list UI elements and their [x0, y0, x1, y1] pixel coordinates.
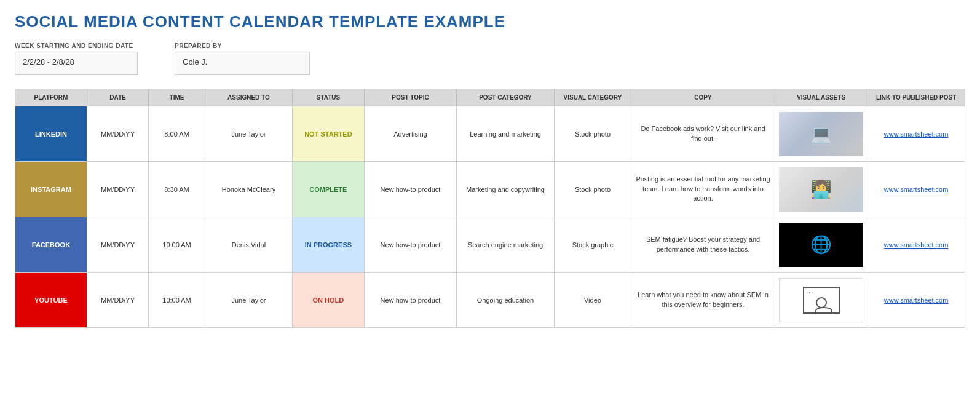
date-cell[interactable]: MM/DD/YY	[87, 217, 148, 273]
post-topic-cell[interactable]: New how-to product	[364, 273, 456, 328]
status-cell[interactable]: IN PROGRESS	[292, 217, 364, 273]
assigned-cell[interactable]: June Taylor	[205, 273, 292, 328]
header-visual-assets: VISUAL ASSETS	[775, 89, 867, 106]
globe-image	[779, 223, 863, 267]
published-post-link[interactable]: www.smartsheet.com	[884, 241, 949, 249]
published-post-link[interactable]: www.smartsheet.com	[884, 130, 949, 138]
header-topic: POST TOPIC	[364, 89, 456, 106]
table-header-row: PLATFORM DATE TIME ASSIGNED TO STATUS PO…	[15, 89, 965, 106]
status-cell[interactable]: NOT STARTED	[292, 106, 364, 162]
link-cell[interactable]: www.smartsheet.com	[867, 273, 965, 328]
laptop-image	[779, 112, 863, 156]
visual-assets-cell	[775, 273, 867, 328]
post-topic-cell[interactable]: Advertising	[364, 106, 456, 162]
copy-cell[interactable]: SEM fatigue? Boost your strategy and per…	[631, 217, 775, 273]
date-cell[interactable]: MM/DD/YY	[87, 273, 148, 328]
page-title: SOCIAL MEDIA CONTENT CALENDAR TEMPLATE E…	[15, 12, 965, 31]
copy-cell[interactable]: Learn what you need to know about SEM in…	[631, 273, 775, 328]
time-cell[interactable]: 8:30 AM	[149, 162, 205, 217]
header-visual-category: VISUAL CATEGORY	[554, 89, 631, 106]
post-category-cell[interactable]: Search engine marketing	[457, 217, 555, 273]
header-copy: COPY	[631, 89, 775, 106]
calendar-table: PLATFORM DATE TIME ASSIGNED TO STATUS PO…	[15, 89, 965, 328]
visual-category-cell[interactable]: Stock photo	[554, 162, 631, 217]
published-post-link[interactable]: www.smartsheet.com	[884, 186, 949, 193]
visual-category-cell[interactable]: Stock graphic	[554, 217, 631, 273]
date-cell[interactable]: MM/DD/YY	[87, 106, 148, 162]
platform-cell: FACEBOOK	[15, 217, 87, 273]
monitor-person-icon	[816, 297, 827, 308]
video-image	[779, 278, 863, 322]
header-category: POST CATEGORY	[457, 89, 555, 106]
prepared-field: PREPARED BY Cole J.	[175, 42, 310, 75]
platform-cell: YOUTUBE	[15, 273, 87, 328]
meta-section: WEEK STARTING AND ENDING DATE 2/2/28 - 2…	[15, 42, 965, 75]
visual-assets-cell	[775, 106, 867, 162]
header-assigned: ASSIGNED TO	[205, 89, 292, 106]
post-topic-cell[interactable]: New how-to product	[364, 162, 456, 217]
prepared-value[interactable]: Cole J.	[175, 52, 310, 75]
post-category-cell[interactable]: Ongoing education	[457, 273, 555, 328]
header-status: STATUS	[292, 89, 364, 106]
table-row: YOUTUBEMM/DD/YY10:00 AMJune TaylorON HOL…	[15, 273, 965, 328]
status-cell[interactable]: COMPLETE	[292, 162, 364, 217]
visual-category-cell[interactable]: Stock photo	[554, 106, 631, 162]
header-time: TIME	[149, 89, 205, 106]
week-value[interactable]: 2/2/28 - 2/8/28	[15, 52, 138, 75]
week-label: WEEK STARTING AND ENDING DATE	[15, 42, 138, 49]
platform-cell: INSTAGRAM	[15, 162, 87, 217]
platform-cell: LINKEDIN	[15, 106, 87, 162]
table-row: INSTAGRAMMM/DD/YY8:30 AMHonoka McClearyC…	[15, 162, 965, 217]
link-cell[interactable]: www.smartsheet.com	[867, 217, 965, 273]
assigned-cell[interactable]: June Taylor	[205, 106, 292, 162]
assigned-cell[interactable]: Honoka McCleary	[205, 162, 292, 217]
copy-cell[interactable]: Do Facebook ads work? Visit our link and…	[631, 106, 775, 162]
visual-category-cell[interactable]: Video	[554, 273, 631, 328]
status-cell[interactable]: ON HOLD	[292, 273, 364, 328]
time-cell[interactable]: 10:00 AM	[149, 273, 205, 328]
table-row: FACEBOOKMM/DD/YY10:00 AMDenis VidalIN PR…	[15, 217, 965, 273]
copy-cell[interactable]: Posting is an essential tool for any mar…	[631, 162, 775, 217]
post-category-cell[interactable]: Learning and marketing	[457, 106, 555, 162]
time-cell[interactable]: 10:00 AM	[149, 217, 205, 273]
post-category-cell[interactable]: Marketing and copywriting	[457, 162, 555, 217]
week-field: WEEK STARTING AND ENDING DATE 2/2/28 - 2…	[15, 42, 138, 75]
header-link: LINK TO PUBLISHED POST	[867, 89, 965, 106]
time-cell[interactable]: 8:00 AM	[149, 106, 205, 162]
person-image	[779, 167, 863, 212]
prepared-label: PREPARED BY	[175, 42, 310, 49]
assigned-cell[interactable]: Denis Vidal	[205, 217, 292, 273]
header-date: DATE	[87, 89, 148, 106]
visual-assets-cell	[775, 217, 867, 273]
post-topic-cell[interactable]: New how-to product	[364, 217, 456, 273]
header-platform: PLATFORM	[15, 89, 87, 106]
published-post-link[interactable]: www.smartsheet.com	[884, 297, 949, 304]
link-cell[interactable]: www.smartsheet.com	[867, 106, 965, 162]
link-cell[interactable]: www.smartsheet.com	[867, 162, 965, 217]
table-row: LINKEDINMM/DD/YY8:00 AMJune TaylorNOT ST…	[15, 106, 965, 162]
visual-assets-cell	[775, 162, 867, 217]
date-cell[interactable]: MM/DD/YY	[87, 162, 148, 217]
monitor-icon	[803, 287, 840, 314]
